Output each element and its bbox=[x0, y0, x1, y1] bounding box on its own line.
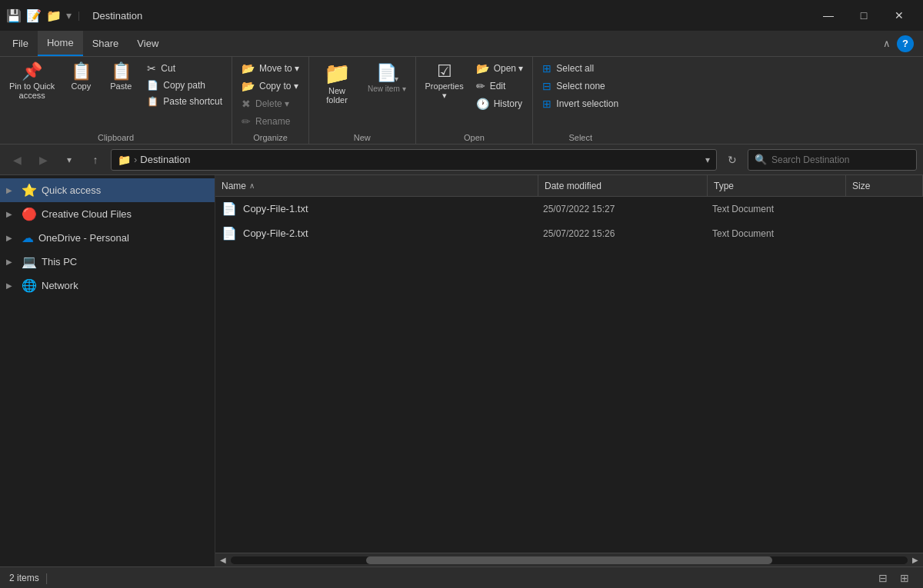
ribbon-group-select: ⊞ Select all ⊟ Select none ⊞ Invert sele… bbox=[533, 57, 628, 144]
sidebar-item-this-pc[interactable]: ▶ 💻 This PC bbox=[0, 250, 215, 274]
ribbon-clipboard-small: ✂ Cut 📄 Copy path 📋 Paste shortcut bbox=[142, 60, 227, 109]
select-all-button[interactable]: ⊞ Select all bbox=[538, 60, 623, 77]
col-type-label: Type bbox=[714, 181, 734, 191]
address-path[interactable]: 📁 › Destination ▾ bbox=[111, 149, 717, 171]
paste-shortcut-button[interactable]: 📋 Paste shortcut bbox=[142, 94, 227, 109]
this-pc-icon: 💻 bbox=[22, 254, 37, 269]
search-box[interactable]: 🔍 bbox=[748, 149, 917, 171]
rename-label: Rename bbox=[255, 116, 290, 127]
copy-path-button[interactable]: 📄 Copy path bbox=[142, 78, 227, 93]
copy-to-icon: 📂 bbox=[242, 80, 255, 92]
scroll-track[interactable] bbox=[231, 556, 908, 564]
delete-icon: ✖ bbox=[242, 98, 251, 110]
back-button[interactable]: ◀ bbox=[6, 149, 28, 171]
sidebar-item-creative-cloud[interactable]: ▶ 🔴 Creative Cloud Files bbox=[0, 202, 215, 226]
ribbon-group-new: 📁 New folder 📄▾ New item ▾ New bbox=[309, 57, 415, 144]
rename-button[interactable]: ✏ Rename bbox=[237, 113, 304, 130]
copy-path-label: Copy path bbox=[163, 80, 205, 91]
minimize-button[interactable]: — bbox=[811, 4, 846, 27]
ribbon-open-small: 📂 Open ▾ ✏ Edit 🕐 History bbox=[471, 60, 528, 112]
delete-button[interactable]: ✖ Delete ▾ bbox=[237, 95, 304, 112]
address-bar: ◀ ▶ ▾ ↑ 📁 › Destination ▾ ↻ 🔍 bbox=[0, 145, 923, 175]
edit-button[interactable]: ✏ Edit bbox=[471, 78, 528, 95]
refresh-button[interactable]: ↻ bbox=[721, 149, 743, 171]
col-header-date[interactable]: Date modified bbox=[538, 175, 708, 196]
ribbon-collapse-icon[interactable]: ∧ bbox=[883, 38, 891, 49]
file-type-2: Text Document bbox=[712, 228, 851, 239]
copy-path-icon: 📄 bbox=[147, 80, 158, 91]
scroll-thumb[interactable] bbox=[366, 556, 772, 564]
invert-selection-icon: ⊞ bbox=[542, 98, 551, 110]
menu-bar: File Home Share View ∧ ? bbox=[0, 31, 923, 57]
maximize-button[interactable]: □ bbox=[846, 4, 881, 27]
status-bar: 2 items | ⊟ ⊞ bbox=[0, 566, 923, 588]
table-row[interactable]: 📄 Copy-File-1.txt 25/07/2022 15:27 Text … bbox=[215, 197, 923, 221]
move-to-button[interactable]: 📂 Move to ▾ bbox=[237, 60, 304, 77]
col-header-type[interactable]: Type bbox=[708, 175, 846, 196]
sort-arrow: ∧ bbox=[249, 181, 255, 190]
file-date-1: 25/07/2022 15:27 bbox=[543, 204, 712, 214]
quick-access-label: Quick access bbox=[42, 184, 208, 196]
properties-button[interactable]: ☑ Properties ▾ bbox=[421, 60, 468, 104]
scroll-left-button[interactable]: ◀ bbox=[217, 554, 229, 566]
menu-view[interactable]: View bbox=[128, 31, 168, 56]
ribbon-new-content: 📁 New folder 📄▾ New item ▾ bbox=[314, 60, 410, 130]
new-item-button[interactable]: 📄▾ New item ▾ bbox=[363, 60, 410, 96]
large-icons-view-button[interactable]: ⊞ bbox=[895, 569, 914, 587]
creative-cloud-label: Creative Cloud Files bbox=[42, 208, 208, 220]
tb-dropdown-arrow[interactable]: ▾ bbox=[66, 9, 72, 22]
expand-button[interactable]: ▾ bbox=[58, 149, 80, 171]
title-bar-icons: 💾 📝 📁 ▾ | bbox=[6, 8, 83, 23]
onedrive-icon: ☁ bbox=[22, 231, 34, 245]
paste-button[interactable]: 📋 Paste bbox=[102, 60, 139, 94]
file-list-body: 📄 Copy-File-1.txt 25/07/2022 15:27 Text … bbox=[215, 197, 923, 553]
ribbon-open-content: ☑ Properties ▾ 📂 Open ▾ ✏ Edit 🕐 History bbox=[421, 60, 528, 130]
sidebar-item-onedrive[interactable]: ▶ ☁ OneDrive - Personal bbox=[0, 226, 215, 250]
onedrive-label: OneDrive - Personal bbox=[38, 232, 208, 244]
copy-button[interactable]: 📋 Copy bbox=[62, 60, 99, 94]
tb-save-icon[interactable]: 💾 bbox=[6, 8, 22, 23]
help-icon[interactable]: ? bbox=[897, 35, 914, 52]
tb-note-icon[interactable]: 📝 bbox=[26, 8, 42, 23]
col-size-label: Size bbox=[852, 181, 870, 191]
properties-icon: ☑ bbox=[437, 63, 452, 80]
file-list-header: Name ∧ Date modified Type Size bbox=[215, 175, 923, 197]
file-pane: Name ∧ Date modified Type Size 📄 Copy-Fi… bbox=[215, 175, 923, 566]
menu-home[interactable]: Home bbox=[38, 31, 83, 56]
close-button[interactable]: ✕ bbox=[881, 4, 917, 27]
copy-icon: 📋 bbox=[71, 63, 92, 80]
col-header-size[interactable]: Size bbox=[846, 175, 923, 196]
sidebar-item-quick-access[interactable]: ▶ ⭐ Quick access bbox=[0, 178, 215, 202]
ribbon-organize-small: 📂 Move to ▾ 📂 Copy to ▾ ✖ Delete ▾ ✏ Ren… bbox=[237, 60, 304, 130]
sidebar-item-network[interactable]: ▶ 🌐 Network bbox=[0, 274, 215, 297]
clipboard-group-label: Clipboard bbox=[5, 131, 227, 142]
new-folder-icon: 📁 bbox=[324, 63, 351, 85]
forward-button[interactable]: ▶ bbox=[32, 149, 54, 171]
pin-to-quick-access-button[interactable]: 📌 Pin to Quick access bbox=[5, 60, 59, 103]
cut-button[interactable]: ✂ Cut bbox=[142, 60, 227, 77]
address-dropdown-arrow[interactable]: ▾ bbox=[705, 154, 710, 165]
window-title: Destination bbox=[92, 10, 806, 22]
file-name-2: Copy-File-2.txt bbox=[243, 228, 543, 239]
menu-share[interactable]: Share bbox=[83, 31, 128, 56]
select-none-button[interactable]: ⊟ Select none bbox=[538, 78, 623, 95]
open-button[interactable]: 📂 Open ▾ bbox=[471, 60, 528, 77]
col-date-label: Date modified bbox=[545, 181, 601, 191]
sidebar: ▶ ⭐ Quick access ▶ 🔴 Creative Cloud File… bbox=[0, 175, 215, 566]
details-view-button[interactable]: ⊟ bbox=[874, 569, 892, 587]
path-separator: › bbox=[134, 154, 137, 165]
col-header-name[interactable]: Name ∧ bbox=[215, 175, 538, 196]
new-folder-label: New folder bbox=[326, 86, 348, 105]
invert-selection-button[interactable]: ⊞ Invert selection bbox=[538, 95, 623, 112]
new-folder-button[interactable]: 📁 New folder bbox=[314, 60, 360, 108]
table-row[interactable]: 📄 Copy-File-2.txt 25/07/2022 15:26 Text … bbox=[215, 221, 923, 246]
tb-folder-icon[interactable]: 📁 bbox=[46, 8, 62, 23]
up-button[interactable]: ↑ bbox=[85, 149, 106, 171]
menu-file[interactable]: File bbox=[3, 31, 38, 56]
history-label: History bbox=[494, 98, 522, 109]
scroll-right-button[interactable]: ▶ bbox=[909, 554, 921, 566]
copy-to-button[interactable]: 📂 Copy to ▾ bbox=[237, 78, 304, 95]
copy-to-label: Copy to ▾ bbox=[259, 81, 298, 91]
search-input[interactable] bbox=[771, 154, 910, 165]
history-button[interactable]: 🕐 History bbox=[471, 95, 528, 112]
